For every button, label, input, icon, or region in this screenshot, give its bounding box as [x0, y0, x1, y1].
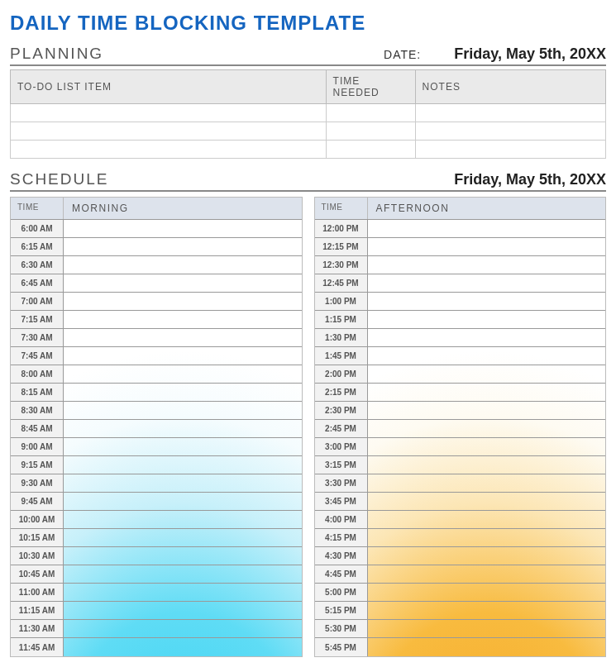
task-cell[interactable]	[368, 220, 606, 237]
schedule-row: 1:15 PM	[315, 311, 606, 329]
time-cell: 4:45 PM	[315, 565, 368, 583]
time-cell: 10:00 AM	[11, 511, 64, 528]
time-cell: 12:45 PM	[315, 274, 368, 292]
task-cell[interactable]	[368, 511, 606, 528]
task-cell[interactable]	[64, 456, 302, 474]
task-cell[interactable]	[368, 311, 606, 328]
task-cell[interactable]	[368, 438, 606, 455]
time-cell: 8:00 AM	[11, 365, 64, 383]
task-cell[interactable]	[368, 329, 606, 346]
planning-cell[interactable]	[11, 122, 327, 141]
schedule-row: 5:15 PM	[315, 602, 606, 620]
planning-table: TO-DO LIST ITEM TIME NEEDED NOTES	[10, 69, 606, 159]
schedule-row: 4:30 PM	[315, 547, 606, 565]
task-cell[interactable]	[368, 274, 606, 292]
task-cell[interactable]	[368, 584, 606, 601]
planning-cell[interactable]	[415, 141, 605, 159]
task-cell[interactable]	[368, 456, 606, 474]
time-cell: 5:45 PM	[315, 638, 368, 656]
schedule-row: 5:45 PM	[315, 638, 606, 656]
time-cell: 5:30 PM	[315, 620, 368, 637]
task-cell[interactable]	[64, 311, 302, 328]
time-cell: 9:30 AM	[11, 474, 64, 492]
schedule-row: 10:00 AM	[11, 511, 302, 529]
task-cell[interactable]	[368, 529, 606, 546]
time-cell: 7:00 AM	[11, 293, 64, 310]
time-cell: 9:00 AM	[11, 438, 64, 455]
task-cell[interactable]	[64, 402, 302, 419]
schedule-row: 5:30 PM	[315, 620, 606, 638]
task-cell[interactable]	[368, 547, 606, 565]
task-cell[interactable]	[64, 220, 302, 237]
task-cell[interactable]	[64, 529, 302, 546]
task-cell[interactable]	[368, 493, 606, 510]
time-cell: 10:15 AM	[11, 529, 64, 546]
task-cell[interactable]	[368, 256, 606, 274]
schedule-row: 2:00 PM	[315, 365, 606, 384]
task-cell[interactable]	[64, 638, 302, 656]
time-cell: 3:30 PM	[315, 474, 368, 492]
planning-cell[interactable]	[415, 122, 605, 141]
task-cell[interactable]	[64, 365, 302, 383]
planning-row	[11, 104, 606, 122]
task-cell[interactable]	[368, 638, 606, 656]
task-cell[interactable]	[64, 547, 302, 565]
task-cell[interactable]	[64, 347, 302, 365]
task-cell[interactable]	[64, 474, 302, 492]
task-cell[interactable]	[64, 256, 302, 274]
time-cell: 9:15 AM	[11, 456, 64, 474]
planning-header-row: PLANNING DATE: Friday, May 5th, 20XX	[10, 43, 606, 66]
schedule-header-row: SCHEDULE Friday, May 5th, 20XX	[10, 169, 606, 192]
task-cell[interactable]	[64, 438, 302, 455]
task-cell[interactable]	[368, 402, 606, 419]
task-cell[interactable]	[64, 274, 302, 292]
task-cell[interactable]	[64, 493, 302, 510]
task-cell[interactable]	[64, 329, 302, 346]
task-cell[interactable]	[368, 420, 606, 437]
task-cell[interactable]	[64, 511, 302, 528]
task-cell[interactable]	[64, 565, 302, 583]
task-cell[interactable]	[368, 565, 606, 583]
time-cell: 5:00 PM	[315, 584, 368, 601]
schedule-row: 9:45 AM	[11, 493, 302, 511]
schedule-row: 8:45 AM	[11, 420, 302, 438]
time-cell: 7:45 AM	[11, 347, 64, 365]
planning-cell[interactable]	[11, 141, 327, 159]
task-cell[interactable]	[64, 238, 302, 255]
task-cell[interactable]	[64, 602, 302, 619]
planning-cell[interactable]	[326, 122, 415, 141]
task-cell[interactable]	[368, 602, 606, 619]
planning-cell[interactable]	[326, 104, 415, 122]
task-cell[interactable]	[368, 293, 606, 310]
task-cell[interactable]	[64, 584, 302, 601]
schedule-row: 7:45 AM	[11, 347, 302, 365]
planning-header-item: TO-DO LIST ITEM	[11, 70, 327, 104]
schedule-row: 3:15 PM	[315, 456, 606, 474]
task-cell[interactable]	[64, 384, 302, 401]
planning-row	[11, 141, 606, 159]
planning-cell[interactable]	[11, 104, 327, 122]
page-title: DAILY TIME BLOCKING TEMPLATE	[10, 12, 606, 35]
task-cell[interactable]	[64, 293, 302, 310]
planning-header-notes: NOTES	[415, 70, 605, 104]
schedule-row: 1:45 PM	[315, 347, 606, 365]
time-cell: 1:30 PM	[315, 329, 368, 346]
schedule-row: 7:15 AM	[11, 311, 302, 329]
time-cell: 5:15 PM	[315, 602, 368, 619]
time-cell: 2:45 PM	[315, 420, 368, 437]
task-cell[interactable]	[64, 420, 302, 437]
planning-cell[interactable]	[415, 104, 605, 122]
schedule-row: 5:00 PM	[315, 584, 606, 602]
time-cell: 12:30 PM	[315, 256, 368, 274]
morning-column: TIME MORNING 6:00 AM6:15 AM6:30 AM6:45 A…	[10, 197, 303, 657]
planning-cell[interactable]	[326, 141, 415, 159]
task-cell[interactable]	[368, 474, 606, 492]
schedule-row: 9:15 AM	[11, 456, 302, 474]
schedule-row: 8:00 AM	[11, 365, 302, 384]
task-cell[interactable]	[368, 384, 606, 401]
task-cell[interactable]	[368, 365, 606, 383]
task-cell[interactable]	[64, 620, 302, 637]
task-cell[interactable]	[368, 238, 606, 255]
task-cell[interactable]	[368, 347, 606, 365]
task-cell[interactable]	[368, 620, 606, 637]
